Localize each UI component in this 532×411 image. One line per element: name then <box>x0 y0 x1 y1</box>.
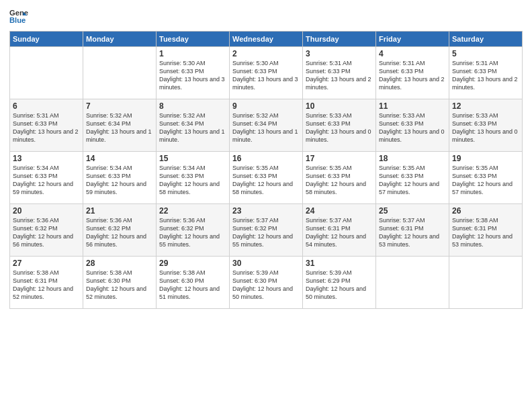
day-info: Sunrise: 5:38 AM Sunset: 6:30 PM Dayligh… <box>159 269 226 302</box>
calendar-cell: 21Sunrise: 5:36 AM Sunset: 6:32 PM Dayli… <box>83 204 157 257</box>
day-info: Sunrise: 5:30 AM Sunset: 6:33 PM Dayligh… <box>159 59 226 92</box>
day-info: Sunrise: 5:37 AM Sunset: 6:32 PM Dayligh… <box>232 216 300 249</box>
day-number: 1 <box>159 49 226 58</box>
day-number: 27 <box>13 259 80 268</box>
day-info: Sunrise: 5:38 AM Sunset: 6:31 PM Dayligh… <box>13 269 80 302</box>
day-number: 10 <box>306 101 373 111</box>
calendar-cell <box>449 257 523 309</box>
calendar-cell: 19Sunrise: 5:35 AM Sunset: 6:33 PM Dayli… <box>449 152 523 204</box>
calendar-cell: 8Sunrise: 5:32 AM Sunset: 6:34 PM Daylig… <box>157 99 230 152</box>
day-info: Sunrise: 5:31 AM Sunset: 6:33 PM Dayligh… <box>379 59 446 92</box>
day-number: 23 <box>232 206 300 216</box>
day-info: Sunrise: 5:36 AM Sunset: 6:32 PM Dayligh… <box>86 216 153 249</box>
day-info: Sunrise: 5:30 AM Sunset: 6:33 PM Dayligh… <box>232 59 300 92</box>
day-number: 15 <box>159 154 226 163</box>
day-number: 24 <box>306 206 373 216</box>
calendar-cell: 24Sunrise: 5:37 AM Sunset: 6:31 PM Dayli… <box>303 204 376 257</box>
day-info: Sunrise: 5:36 AM Sunset: 6:32 PM Dayligh… <box>159 216 226 249</box>
calendar-cell: 11Sunrise: 5:33 AM Sunset: 6:33 PM Dayli… <box>376 99 449 152</box>
day-number: 21 <box>86 206 153 216</box>
day-number: 2 <box>232 49 300 58</box>
day-number: 11 <box>379 101 446 111</box>
day-info: Sunrise: 5:35 AM Sunset: 6:33 PM Dayligh… <box>452 164 519 197</box>
calendar-cell: 31Sunrise: 5:39 AM Sunset: 6:29 PM Dayli… <box>303 257 376 309</box>
svg-text:General: General <box>9 9 28 17</box>
day-number: 4 <box>379 49 446 58</box>
calendar-cell: 17Sunrise: 5:35 AM Sunset: 6:33 PM Dayli… <box>303 152 376 204</box>
day-info: Sunrise: 5:31 AM Sunset: 6:33 PM Dayligh… <box>306 59 373 92</box>
day-number: 7 <box>86 101 153 111</box>
day-info: Sunrise: 5:37 AM Sunset: 6:31 PM Dayligh… <box>379 216 446 249</box>
calendar-cell: 1Sunrise: 5:30 AM Sunset: 6:33 PM Daylig… <box>157 47 230 99</box>
day-info: Sunrise: 5:34 AM Sunset: 6:33 PM Dayligh… <box>13 164 80 197</box>
day-info: Sunrise: 5:32 AM Sunset: 6:34 PM Dayligh… <box>232 111 300 144</box>
day-info: Sunrise: 5:35 AM Sunset: 6:33 PM Dayligh… <box>379 164 446 197</box>
day-info: Sunrise: 5:33 AM Sunset: 6:33 PM Dayligh… <box>379 111 446 144</box>
calendar-cell: 9Sunrise: 5:32 AM Sunset: 6:34 PM Daylig… <box>230 99 303 152</box>
day-number: 17 <box>306 154 373 163</box>
day-info: Sunrise: 5:33 AM Sunset: 6:33 PM Dayligh… <box>306 111 373 144</box>
day-number: 18 <box>379 154 446 163</box>
day-info: Sunrise: 5:36 AM Sunset: 6:32 PM Dayligh… <box>13 216 80 249</box>
weekday-header-wednesday: Wednesday <box>230 32 303 47</box>
day-number: 5 <box>452 49 519 58</box>
weekday-header-tuesday: Tuesday <box>157 32 230 47</box>
calendar-cell: 26Sunrise: 5:38 AM Sunset: 6:31 PM Dayli… <box>449 204 523 257</box>
day-number: 28 <box>86 259 153 268</box>
weekday-header-thursday: Thursday <box>303 32 376 47</box>
day-number: 22 <box>159 206 226 216</box>
day-number: 29 <box>159 259 226 268</box>
calendar-cell: 2Sunrise: 5:30 AM Sunset: 6:33 PM Daylig… <box>230 47 303 99</box>
day-number: 25 <box>379 206 446 216</box>
day-info: Sunrise: 5:33 AM Sunset: 6:33 PM Dayligh… <box>452 111 519 144</box>
calendar-cell: 6Sunrise: 5:31 AM Sunset: 6:33 PM Daylig… <box>10 99 83 152</box>
calendar-cell: 27Sunrise: 5:38 AM Sunset: 6:31 PM Dayli… <box>10 257 83 309</box>
day-info: Sunrise: 5:37 AM Sunset: 6:31 PM Dayligh… <box>306 216 373 249</box>
calendar-cell: 15Sunrise: 5:34 AM Sunset: 6:33 PM Dayli… <box>157 152 230 204</box>
day-number: 19 <box>452 154 519 163</box>
calendar-cell: 3Sunrise: 5:31 AM Sunset: 6:33 PM Daylig… <box>303 47 376 99</box>
day-info: Sunrise: 5:38 AM Sunset: 6:31 PM Dayligh… <box>452 216 519 249</box>
calendar-cell: 20Sunrise: 5:36 AM Sunset: 6:32 PM Dayli… <box>10 204 83 257</box>
day-number: 14 <box>86 154 153 163</box>
day-number: 13 <box>13 154 80 163</box>
weekday-header-sunday: Sunday <box>10 32 83 47</box>
day-info: Sunrise: 5:35 AM Sunset: 6:33 PM Dayligh… <box>306 164 373 197</box>
day-number: 6 <box>13 101 80 111</box>
calendar-cell: 23Sunrise: 5:37 AM Sunset: 6:32 PM Dayli… <box>230 204 303 257</box>
day-number: 31 <box>306 259 373 268</box>
day-number: 30 <box>232 259 300 268</box>
weekday-header-monday: Monday <box>83 32 157 47</box>
calendar-cell <box>83 47 157 99</box>
day-number: 16 <box>232 154 300 163</box>
weekday-header-saturday: Saturday <box>449 32 523 47</box>
calendar-cell: 12Sunrise: 5:33 AM Sunset: 6:33 PM Dayli… <box>449 99 523 152</box>
day-number: 3 <box>306 49 373 58</box>
day-number: 8 <box>159 101 226 111</box>
day-info: Sunrise: 5:34 AM Sunset: 6:33 PM Dayligh… <box>159 164 226 197</box>
day-info: Sunrise: 5:31 AM Sunset: 6:33 PM Dayligh… <box>13 111 80 144</box>
calendar-cell: 28Sunrise: 5:38 AM Sunset: 6:30 PM Dayli… <box>83 257 157 309</box>
calendar-cell: 4Sunrise: 5:31 AM Sunset: 6:33 PM Daylig… <box>376 47 449 99</box>
calendar-cell: 7Sunrise: 5:32 AM Sunset: 6:34 PM Daylig… <box>83 99 157 152</box>
calendar-cell: 16Sunrise: 5:35 AM Sunset: 6:33 PM Dayli… <box>230 152 303 204</box>
calendar-cell: 5Sunrise: 5:31 AM Sunset: 6:33 PM Daylig… <box>449 47 523 99</box>
day-info: Sunrise: 5:34 AM Sunset: 6:33 PM Dayligh… <box>86 164 153 197</box>
calendar-cell: 18Sunrise: 5:35 AM Sunset: 6:33 PM Dayli… <box>376 152 449 204</box>
svg-text:Blue: Blue <box>9 16 26 24</box>
day-info: Sunrise: 5:32 AM Sunset: 6:34 PM Dayligh… <box>86 111 153 144</box>
day-info: Sunrise: 5:35 AM Sunset: 6:33 PM Dayligh… <box>232 164 300 197</box>
calendar-cell: 14Sunrise: 5:34 AM Sunset: 6:33 PM Dayli… <box>83 152 157 204</box>
logo-icon: General Blue <box>9 7 28 26</box>
weekday-header-friday: Friday <box>376 32 449 47</box>
day-info: Sunrise: 5:32 AM Sunset: 6:34 PM Dayligh… <box>159 111 226 144</box>
calendar-cell <box>10 47 83 99</box>
calendar-cell: 13Sunrise: 5:34 AM Sunset: 6:33 PM Dayli… <box>10 152 83 204</box>
calendar-cell: 29Sunrise: 5:38 AM Sunset: 6:30 PM Dayli… <box>157 257 230 309</box>
day-number: 9 <box>232 101 300 111</box>
header: General Blue <box>9 7 523 26</box>
day-number: 26 <box>452 206 519 216</box>
calendar-cell: 25Sunrise: 5:37 AM Sunset: 6:31 PM Dayli… <box>376 204 449 257</box>
day-info: Sunrise: 5:38 AM Sunset: 6:30 PM Dayligh… <box>86 269 153 302</box>
calendar-cell: 10Sunrise: 5:33 AM Sunset: 6:33 PM Dayli… <box>303 99 376 152</box>
